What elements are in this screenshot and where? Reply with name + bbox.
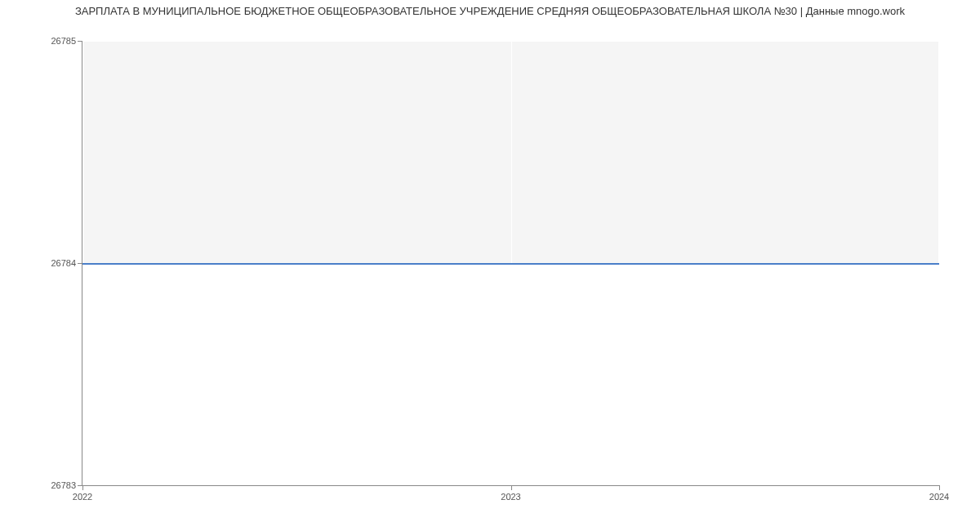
plot-container: 26785 26784 26783 2022 2023 2024 <box>82 41 939 486</box>
y-tick-label: 26785 <box>51 36 76 46</box>
y-tick-label: 26783 <box>51 480 76 490</box>
y-tick-label: 26784 <box>51 258 76 268</box>
plot-area: 26785 26784 26783 2022 2023 2024 <box>82 41 939 486</box>
x-tick <box>82 485 83 490</box>
x-tick-label: 2023 <box>501 492 520 502</box>
gridline-horizontal <box>82 41 939 42</box>
x-tick <box>511 485 512 490</box>
x-tick-label: 2022 <box>73 492 92 502</box>
data-line <box>82 263 939 265</box>
chart-title: ЗАРПЛАТА В МУНИЦИПАЛЬНОЕ БЮДЖЕТНОЕ ОБЩЕО… <box>0 0 980 17</box>
x-tick <box>939 485 940 490</box>
y-tick <box>78 41 82 42</box>
x-tick-label: 2024 <box>929 492 949 502</box>
